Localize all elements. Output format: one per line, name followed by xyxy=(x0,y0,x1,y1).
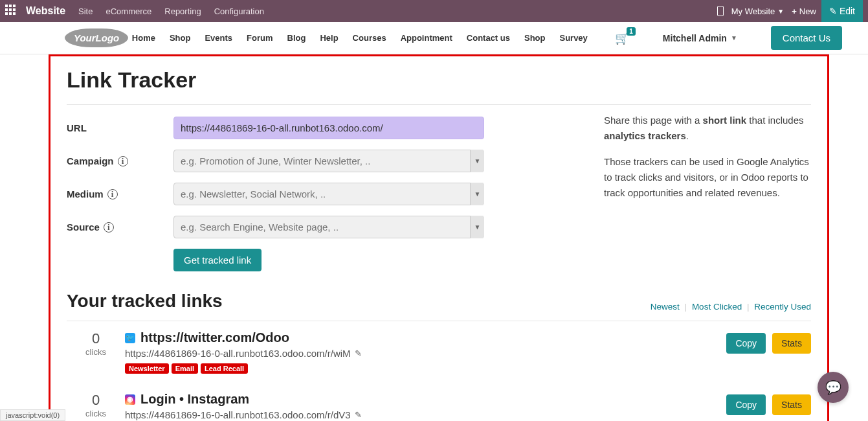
nav-courses[interactable]: Courses xyxy=(353,33,386,43)
clicks-count: 0 xyxy=(67,330,125,347)
clicks-counter: 0 clicks xyxy=(67,392,125,418)
tag-list: NewsletterEmailLead Recall xyxy=(125,363,726,374)
menu-reporting[interactable]: Reporting xyxy=(164,6,201,16)
nav-bar: YourLogo Home Shop Events Forum Blog Hel… xyxy=(0,22,868,54)
twitter-icon: 🐦 xyxy=(125,333,135,343)
nav-links: Home Shop Events Forum Blog Help Courses… xyxy=(132,26,842,50)
instagram-icon: ◉ xyxy=(125,394,135,405)
top-menu-bar: Website Site eCommerce Reporting Configu… xyxy=(0,0,868,22)
url-input[interactable] xyxy=(173,117,484,139)
sort-links: Newest | Most Clicked | Recently Used xyxy=(651,302,811,312)
track-actions: Copy Stats xyxy=(726,392,811,415)
chat-fab-icon[interactable]: 💬 xyxy=(818,372,849,403)
tracked-link-title[interactable]: Login • Instagram xyxy=(140,392,249,407)
clicks-count: 0 xyxy=(67,392,125,409)
medium-label: Mediumi xyxy=(67,188,173,199)
chevron-down-icon[interactable]: ▼ xyxy=(470,216,484,238)
tracked-link-row: 0 clicks ◉ Login • Instagram https://448… xyxy=(67,383,811,421)
info-icon[interactable]: i xyxy=(118,156,128,166)
track-body: ◉ Login • Instagram https://44861869-16-… xyxy=(125,392,726,421)
sort-most-clicked[interactable]: Most Clicked xyxy=(692,302,742,312)
apps-icon[interactable] xyxy=(5,5,18,17)
tag: Newsletter xyxy=(125,363,169,374)
cart-icon[interactable]: 🛒1 xyxy=(615,31,629,45)
browser-status-bar: javascript:void(0) xyxy=(0,409,65,421)
tracked-link-url: https://44861869-16-0-all.runbot163.odoo… xyxy=(125,348,726,359)
app-brand[interactable]: Website xyxy=(26,5,65,17)
chevron-down-icon[interactable]: ▼ xyxy=(470,183,484,205)
nav-blog[interactable]: Blog xyxy=(287,33,306,43)
nav-shop2[interactable]: Shop xyxy=(524,33,546,43)
contact-us-button[interactable]: Contact Us xyxy=(771,26,842,50)
cart-count-badge: 1 xyxy=(627,27,636,36)
tracked-link-row: 0 clicks 🐦 https://twitter.com/Odoo http… xyxy=(67,321,811,383)
menu-site[interactable]: Site xyxy=(78,6,93,16)
tag: Lead Recall xyxy=(201,363,248,374)
logo[interactable]: YourLogo xyxy=(65,28,128,47)
tracked-link-title[interactable]: https://twitter.com/Odoo xyxy=(140,330,289,345)
copy-button[interactable]: Copy xyxy=(726,394,766,415)
nav-appointment[interactable]: Appointment xyxy=(401,33,452,43)
new-button[interactable]: +New xyxy=(792,6,816,16)
source-select[interactable] xyxy=(173,216,484,238)
main-content: Link Tracker URL Campaigni ▼ Mediumi ▼ S… xyxy=(49,54,829,421)
menu-configuration[interactable]: Configuration xyxy=(214,6,264,16)
edit-button-label: Edit xyxy=(840,6,855,16)
source-label: Sourcei xyxy=(67,222,173,233)
tracked-link-url: https://44861869-16-0-all.runbot163.odoo… xyxy=(125,409,726,420)
campaign-label: Campaigni xyxy=(67,155,173,166)
nav-contactus[interactable]: Contact us xyxy=(467,33,510,43)
copy-button[interactable]: Copy xyxy=(726,333,766,354)
edit-pencil-icon[interactable]: ✎ xyxy=(355,410,362,420)
clicks-label: clicks xyxy=(67,409,125,418)
tag: Email xyxy=(172,363,198,374)
url-label: URL xyxy=(67,122,173,133)
clicks-counter: 0 clicks xyxy=(67,330,125,357)
info-icon[interactable]: i xyxy=(107,189,118,199)
sort-newest[interactable]: Newest xyxy=(651,302,680,312)
nav-survey[interactable]: Survey xyxy=(559,33,587,43)
nav-forum[interactable]: Forum xyxy=(247,33,273,43)
user-name: Mitchell Admin xyxy=(663,33,727,43)
user-menu[interactable]: Mitchell Admin▼ xyxy=(663,33,737,43)
track-body: 🐦 https://twitter.com/Odoo https://44861… xyxy=(125,330,726,374)
edit-button[interactable]: ✎Edit xyxy=(821,0,863,22)
campaign-select[interactable] xyxy=(173,150,484,172)
site-switcher[interactable]: My Website▼ xyxy=(731,6,785,16)
menu-ecommerce[interactable]: eCommerce xyxy=(106,6,151,16)
clicks-label: clicks xyxy=(67,347,125,357)
nav-home[interactable]: Home xyxy=(132,33,155,43)
source-row: Sourcei ▼ xyxy=(67,216,811,238)
tracked-links-section: Your tracked links Newest | Most Clicked… xyxy=(67,291,811,421)
nav-help[interactable]: Help xyxy=(320,33,338,43)
info-icon[interactable]: i xyxy=(104,222,114,233)
info-panel: Share this page with a short link that i… xyxy=(604,113,811,211)
nav-events[interactable]: Events xyxy=(205,33,232,43)
chevron-down-icon[interactable]: ▼ xyxy=(470,150,484,172)
stats-button[interactable]: Stats xyxy=(772,394,811,415)
new-button-label: New xyxy=(799,6,816,16)
page-title: Link Tracker xyxy=(67,67,811,93)
edit-pencil-icon[interactable]: ✎ xyxy=(355,348,362,358)
nav-shop[interactable]: Shop xyxy=(170,33,191,43)
sort-recently-used[interactable]: Recently Used xyxy=(754,302,811,312)
medium-select[interactable] xyxy=(173,183,484,205)
site-switcher-label: My Website xyxy=(731,6,775,16)
stats-button[interactable]: Stats xyxy=(772,333,811,354)
mobile-preview-icon[interactable] xyxy=(717,6,724,16)
tracked-links-title: Your tracked links xyxy=(67,291,223,312)
track-actions: Copy Stats xyxy=(726,330,811,354)
get-tracked-link-button[interactable]: Get tracked link xyxy=(173,249,262,271)
divider xyxy=(67,104,811,105)
